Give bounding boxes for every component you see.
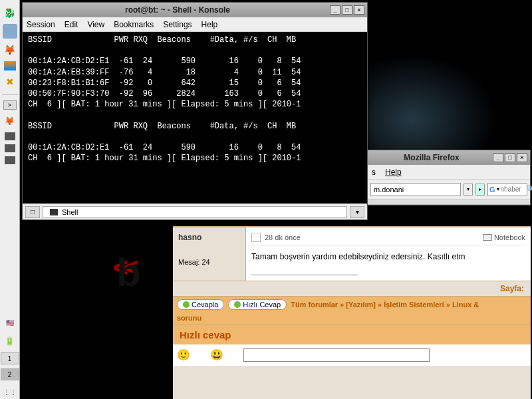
- menu-session[interactable]: Session: [27, 20, 55, 29]
- konsole-window: root@bt: ~ - Shell - Konsole _ □ × Sessi…: [22, 2, 368, 220]
- firefox-menubar: s Help: [368, 165, 530, 180]
- maximize-button[interactable]: □: [342, 5, 352, 15]
- post-body-cell: 28 dk önce Notebook Tamam boşverin yardı…: [246, 227, 531, 281]
- post-message-count: Mesaj: 24: [178, 258, 240, 266]
- post-user-cell: hasno Mesaj: 24: [173, 227, 246, 281]
- taskbar-separator: [2, 94, 18, 95]
- menu-help[interactable]: Help: [385, 168, 402, 177]
- url-text: m.donani: [374, 186, 404, 194]
- reply-icon: [183, 301, 190, 308]
- firefox-window: Mozilla Firefox _ □ × s Help m.donani ▾ …: [367, 150, 531, 205]
- maximize-button[interactable]: □: [505, 153, 515, 162]
- minimize-button[interactable]: _: [493, 153, 503, 162]
- minimize-button[interactable]: _: [330, 5, 340, 15]
- tab-menu-button[interactable]: ▾: [350, 206, 364, 218]
- konsole-title: root@bt: ~ - Shell - Konsole: [25, 5, 330, 15]
- keyboard-layout-icon[interactable]: 🇺🇸: [3, 315, 17, 330]
- new-tab-button[interactable]: □: [25, 206, 40, 218]
- left-taskbar: 🐉 🦊 ✖ > 🦊 🇺🇸 🔋 1 2 ⋮⋮: [0, 0, 20, 399]
- pagination-bar: Sayfa:: [173, 281, 531, 296]
- tray-icon-1[interactable]: [5, 132, 15, 140]
- tray-firefox-icon[interactable]: 🦊: [3, 114, 17, 128]
- tray-icon-2[interactable]: [5, 144, 15, 152]
- close-button[interactable]: ×: [517, 153, 527, 162]
- start-menu-icon[interactable]: 🐉: [3, 5, 17, 20]
- url-dropdown-icon[interactable]: ▾: [464, 184, 473, 196]
- forum-post: hasno Mesaj: 24 28 dk önce Notebook Tama…: [173, 226, 531, 281]
- signature-separator: [251, 275, 358, 275]
- reply-textarea[interactable]: [243, 348, 430, 362]
- taskbar-app-4[interactable]: ✖: [3, 74, 17, 89]
- quick-reply-button[interactable]: Hızlı Cevap: [228, 299, 287, 310]
- url-bar[interactable]: m.donani: [370, 183, 461, 196]
- notebook-icon: [483, 234, 492, 241]
- quick-reply-icon: [234, 301, 241, 308]
- menu-view[interactable]: View: [87, 20, 104, 29]
- notebook-link[interactable]: Notebook: [494, 233, 525, 241]
- firefox-toolbar: m.donani ▾ ▸ G▾ 🔍: [368, 180, 530, 200]
- terminal-icon: [50, 209, 58, 215]
- shell-tab-label: Shell: [62, 208, 78, 216]
- reply-button[interactable]: Cevapla: [177, 299, 224, 310]
- firefox-separator: [368, 200, 530, 205]
- menu-edit[interactable]: Edit: [65, 20, 78, 29]
- desktop-switcher-2[interactable]: 2: [1, 368, 19, 380]
- menu-help[interactable]: Help: [201, 20, 218, 29]
- go-button[interactable]: ▸: [475, 184, 485, 196]
- breadcrumb[interactable]: Tüm forumlar » [Yazılım] » İşletim Siste…: [291, 301, 479, 309]
- search-go-icon[interactable]: 🔍: [526, 185, 532, 194]
- backtrack-logo: b: [116, 249, 141, 295]
- post-username[interactable]: hasno: [178, 233, 240, 242]
- quick-reply-header: Hızlı cevap: [173, 325, 531, 344]
- show-desktop-icon[interactable]: >: [3, 100, 17, 110]
- konsole-titlebar[interactable]: root@bt: ~ - Shell - Konsole _ □ ×: [23, 3, 367, 17]
- taskbar-app-2[interactable]: 🦊: [3, 43, 17, 57]
- battery-icon[interactable]: 🔋: [3, 334, 17, 348]
- tray-icon-3[interactable]: [5, 156, 15, 164]
- konsole-tab-bar: □ Shell ▾: [23, 203, 367, 219]
- action-bar: Cevapla Hızlı Cevap Tüm forumlar » [Yazı…: [173, 296, 531, 325]
- breadcrumb-tail[interactable]: sorunu: [177, 314, 527, 322]
- firefox-titlebar[interactable]: Mozilla Firefox _ □ ×: [368, 150, 530, 165]
- post-icon: [251, 233, 261, 242]
- search-dropdown-icon[interactable]: ▾: [497, 186, 499, 192]
- menu-settings[interactable]: Settings: [163, 20, 192, 29]
- taskbar-app-3[interactable]: [4, 61, 16, 70]
- taskbar-app-1[interactable]: [3, 24, 17, 39]
- google-icon: G: [489, 186, 495, 194]
- smiley-icon-1[interactable]: 🙂: [177, 348, 190, 361]
- tray-extra-icon[interactable]: ⋮⋮: [3, 384, 17, 399]
- smiley-icon-2[interactable]: 😃: [210, 348, 223, 361]
- firefox-title: Mozilla Firefox: [370, 153, 493, 162]
- search-box[interactable]: G▾ 🔍: [487, 183, 527, 196]
- page-label: Sayfa:: [500, 284, 524, 293]
- desktop-switcher-1[interactable]: 1: [1, 352, 19, 364]
- post-text: Tamam boşverin yardım edebilseydiniz ede…: [251, 252, 525, 261]
- search-input[interactable]: [501, 186, 525, 193]
- shell-tab[interactable]: Shell: [43, 206, 347, 218]
- forum-page: hasno Mesaj: 24 28 dk önce Notebook Tama…: [173, 226, 531, 399]
- terminal-output[interactable]: BSSID PWR RXQ Beacons #Data, #/s CH MB 0…: [23, 32, 367, 203]
- post-time: 28 dk önce: [265, 233, 301, 241]
- close-button[interactable]: ×: [354, 5, 364, 15]
- quick-reply-area: 🙂 😃: [173, 344, 531, 366]
- menu-partial[interactable]: s: [372, 168, 376, 177]
- menu-bookmarks[interactable]: Bookmarks: [114, 20, 154, 29]
- konsole-menubar: Session Edit View Bookmarks Settings Hel…: [23, 17, 367, 32]
